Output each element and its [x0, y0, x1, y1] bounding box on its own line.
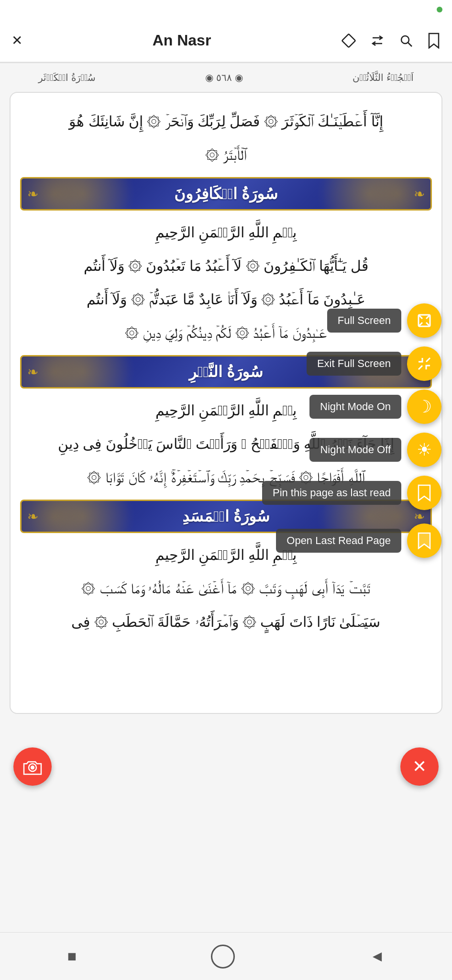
nav-bar: ■ ◄ — [0, 932, 452, 980]
nav-square-button[interactable]: ■ — [67, 947, 77, 965]
banner-ornament-right-3: ❧ — [414, 509, 425, 524]
surah-kafirun-banner: ❧ سُورَةُ الۡكَافِرُونَ ❧ — [20, 177, 432, 211]
status-indicator — [437, 7, 442, 12]
night-mode-on-fab-group: Night Mode On ☽ — [309, 390, 446, 424]
pin-last-read-tooltip: Pin this page as last read — [262, 481, 401, 505]
night-mode-off-tooltip: Night Mode Off — [309, 438, 401, 462]
top-bar: ✕ An Nasr — [0, 19, 452, 62]
close-icon: ✕ — [412, 757, 427, 777]
svg-point-5 — [31, 766, 34, 769]
svg-point-1 — [401, 36, 409, 44]
surah-nasr-title: سُورَةُ النَّصۡرِ — [189, 363, 263, 381]
banner-ornament-left-3: ❧ — [27, 509, 38, 524]
status-bar — [0, 0, 452, 19]
nav-home-button[interactable] — [211, 945, 235, 969]
exit-fullscreen-tooltip: Exit Full Screen — [307, 352, 401, 376]
nav-back-button[interactable]: ◄ — [370, 947, 385, 965]
open-last-read-button[interactable] — [407, 523, 441, 558]
back-icon: ◄ — [370, 947, 385, 965]
close-button[interactable]: ✕ — [11, 33, 22, 48]
bottom-close-button[interactable]: ✕ — [400, 747, 439, 786]
surah-kafirun-title: سُورَةُ الۡكَافِرُونَ — [174, 185, 278, 203]
night-mode-on-tooltip: Night Mode On — [309, 395, 401, 419]
svg-line-2 — [408, 43, 412, 46]
home-circle-icon — [211, 945, 235, 969]
top-bar-icons — [341, 33, 441, 49]
verse-kafirun-1: قُل يَـٰٓأَيُّهَا ٱلۡكَـٰفِرُونَ ۞ لَآ أ… — [20, 252, 432, 280]
fullscreen-tooltip: Full Screen — [327, 309, 401, 333]
fullscreen-fab-group: Full Screen — [327, 303, 446, 338]
open-last-read-tooltip: Open Last Read Page — [276, 529, 401, 553]
fullscreen-button[interactable] — [407, 303, 441, 338]
open-last-read-fab-group: Open Last Read Page — [276, 523, 446, 558]
page-info-bar: سُوۡرَةُ الۡكَوۡثَر ◉ ٥٦٨ ◉ اَلۡجُزۡءُ ا… — [0, 63, 452, 92]
search-button[interactable] — [398, 33, 414, 48]
pin-last-read-fab-group: Pin this page as last read — [262, 476, 446, 510]
verse-kawthar-1: إِنَّآ أَعۡطَيۡنَـٰكَ ٱلۡكَوۡثَرَ ۞ فَصَ… — [20, 107, 432, 136]
banner-ornament-left-1: ❧ — [27, 186, 38, 202]
bismillah-kafirun: بِسۡمِ اللَّهِ الرَّحۡمَنِ الرَّحِيمِ — [20, 218, 432, 247]
bookmark-button[interactable] — [427, 33, 441, 49]
rotate-button[interactable] — [341, 33, 356, 48]
pin-last-read-button[interactable] — [407, 476, 441, 510]
surah-left-label: سُوۡرَةُ الۡكَوۡثَر — [38, 72, 96, 83]
banner-ornament-left-2: ❧ — [27, 364, 38, 380]
verse-masad-2: سَيَصۡلَىٰ نَارًا ذَاتَ لَهَبٍ ۞ وَٱمۡرَ… — [20, 608, 432, 636]
svg-rect-0 — [342, 33, 355, 47]
square-icon: ■ — [67, 947, 77, 965]
verse-masad-1: تَبَّتۡ يَدَآ أَبِى لَهَبٍ وَتَبَّ ۞ مَآ… — [20, 574, 432, 603]
banner-ornament-right-1: ❧ — [414, 186, 425, 202]
bottom-action-bar: ✕ — [0, 724, 452, 810]
quran-content: إِنَّآ أَعۡطَيۡنَـٰكَ ٱلۡكَوۡثَرَ ۞ فَصَ… — [10, 92, 442, 714]
night-mode-on-button[interactable]: ☽ — [407, 390, 441, 424]
night-mode-off-fab-group: Night Mode Off ☀ — [309, 433, 446, 467]
surah-masad-title: سُورَةُ الۡمَسَدِ — [182, 507, 269, 525]
night-mode-off-button[interactable]: ☀ — [407, 433, 441, 467]
juz-label: اَلۡجُزۡءُ الثَّلَاثُوۡن — [353, 72, 414, 83]
exit-fullscreen-fab-group: Exit Full Screen — [307, 346, 446, 381]
page-number: ◉ ٥٦٨ ◉ — [205, 72, 243, 83]
page-title: An Nasr — [153, 32, 211, 49]
exit-fullscreen-button[interactable] — [407, 346, 441, 381]
verse-kawthar-2: ٱلۡأَبۡتَرُ ۞ — [20, 141, 432, 169]
camera-button[interactable] — [13, 747, 52, 786]
swap-button[interactable] — [370, 33, 385, 48]
